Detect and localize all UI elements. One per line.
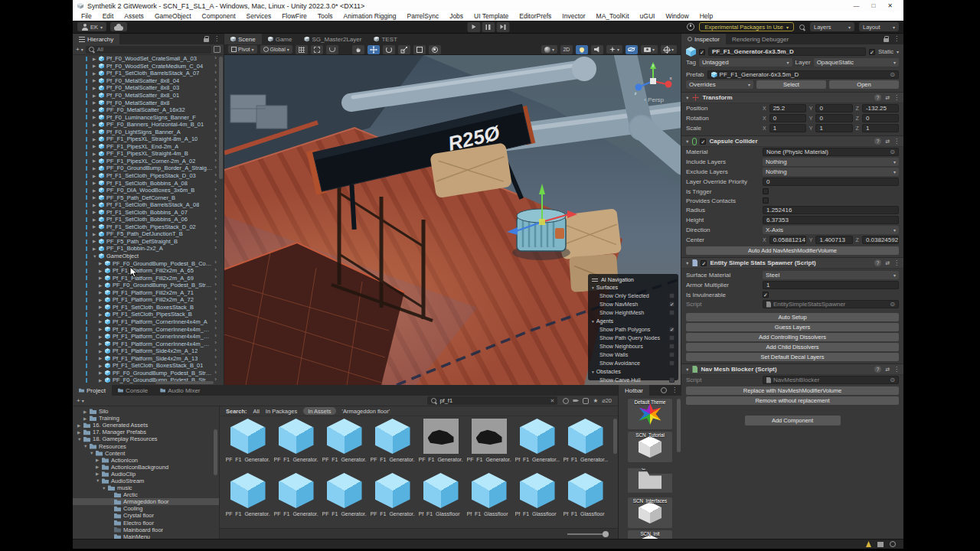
hierarchy-item[interactable]: Pf_F1_Platform_Side4x2m_A_12 ›: [73, 347, 224, 355]
kebab-menu-icon[interactable]: ⋮: [893, 139, 900, 145]
hierarchy-search-input[interactable]: All: [86, 46, 211, 54]
close-button[interactable]: ✕: [887, 2, 893, 9]
static-checkbox[interactable]: [869, 49, 875, 55]
checkbox[interactable]: [669, 335, 675, 341]
expand-arrow-icon[interactable]: [83, 409, 87, 414]
folder-row[interactable]: 17. Manager Prefabs: [73, 429, 219, 435]
prefab-open-chevron[interactable]: ›: [214, 347, 217, 354]
center-y-field[interactable]: 1.400713: [815, 236, 852, 244]
add-component-button[interactable]: Add Component: [745, 416, 841, 425]
expand-arrow-icon[interactable]: [93, 122, 96, 127]
checkbox[interactable]: [669, 377, 675, 383]
hierarchy-item[interactable]: Pf_F1_Platform_CornerInner4x4m_A ›: [73, 318, 224, 326]
prefab-open-chevron[interactable]: ›: [214, 135, 217, 142]
folder-row[interactable]: Armageddon floor: [73, 498, 219, 505]
expand-arrow-icon[interactable]: [93, 144, 96, 148]
scale-tool-button[interactable]: [398, 45, 410, 54]
effects-dropdown[interactable]: [606, 45, 622, 54]
prefab-open-chevron[interactable]: ›: [214, 289, 217, 295]
prefab-open-chevron[interactable]: ›: [214, 127, 217, 134]
prefab-open-chevron[interactable]: ›: [214, 186, 217, 193]
camera-dropdown[interactable]: [641, 45, 658, 54]
hierarchy-item[interactable]: Pf_F1_SetCloth_PipesStack_D_03 ›: [73, 172, 224, 180]
tab-inspector[interactable]: Inspector: [681, 34, 726, 44]
help-icon[interactable]: ?: [874, 94, 881, 101]
menu-item[interactable]: Services: [241, 12, 277, 20]
expand-arrow-icon[interactable]: [93, 166, 96, 171]
ai-nav-section[interactable]: Obstacles: [592, 367, 675, 376]
presets-icon[interactable]: ⇄: [885, 95, 890, 101]
prefab-select-button[interactable]: Select: [756, 80, 826, 89]
menu-item[interactable]: Invector: [557, 12, 590, 20]
folder-row[interactable]: AudioStream: [73, 478, 219, 484]
menu-item[interactable]: uGUI: [635, 12, 661, 20]
expand-arrow-icon[interactable]: [96, 458, 100, 462]
tree-scrollbar[interactable]: [214, 429, 217, 475]
2d-toggle-button[interactable]: 2D: [560, 45, 573, 54]
scene-view-tab[interactable]: TEST: [368, 34, 403, 44]
prefab-open-chevron[interactable]: ›: [214, 310, 217, 317]
menu-item[interactable]: MA_ToolKit: [591, 12, 635, 20]
prefab-open-chevron[interactable]: ›: [214, 98, 217, 105]
expand-arrow-icon[interactable]: [96, 471, 100, 476]
search-scope[interactable]: All: [253, 408, 260, 415]
hierarchy-item[interactable]: PF_F0_GroundBump_Podest_B_Straight ›: [73, 282, 224, 289]
hierarchy-item[interactable]: PF_F1_PipesXL_Straight-8m_A_10 ›: [73, 135, 224, 143]
expand-arrow-icon[interactable]: [93, 203, 96, 207]
asset-item[interactable]: PF_F1_Generator...: [321, 419, 368, 473]
audio-toggle-button[interactable]: [591, 45, 603, 54]
hierarchy-item[interactable]: Pf_F1_Platform_Fill2x2m_A_71 ›: [73, 289, 224, 297]
hierarchy-item[interactable]: Pf_F1_Platform_CornerInner4x4m_A_02 ›: [73, 333, 224, 341]
hierarchy-item[interactable]: PF_F1_PipesXL_Straight-4m_B ›: [73, 150, 224, 158]
chevron-down-icon[interactable]: [897, 48, 899, 55]
asset-item[interactable]: PF_F1_Generator...: [273, 473, 319, 527]
presets-icon[interactable]: ⇄: [885, 260, 890, 266]
hierarchy-item[interactable]: PF_F5_Path_DefStraight_B ›: [73, 238, 224, 246]
layout-dropdown[interactable]: Layout: [859, 22, 899, 31]
prefab-open-chevron[interactable]: ›: [214, 244, 217, 251]
expand-arrow-icon[interactable]: [93, 129, 96, 134]
project-area-tab[interactable]: Project: [73, 385, 112, 396]
asset-item[interactable]: Pf_F1_Glassfloor_...: [466, 473, 512, 527]
orientation-gizmo[interactable]: y x z: [633, 61, 673, 101]
expand-arrow-icon[interactable]: [99, 349, 103, 354]
expand-arrow-icon[interactable]: [102, 486, 106, 491]
hierarchy-item[interactable]: PF_F5_Path_DefJunctionT_B ›: [73, 230, 224, 238]
surface-material-dropdown[interactable]: Steel: [763, 271, 899, 279]
hierarchy-item[interactable]: PF_F0_GroundBump_Podest_B_Straight ›: [73, 370, 224, 377]
layers-dropdown[interactable]: Layers: [810, 22, 854, 31]
maximize-button[interactable]: □: [871, 2, 875, 9]
expand-arrow-icon[interactable]: [99, 334, 103, 339]
prefab-open-chevron[interactable]: ›: [214, 324, 217, 331]
folder-row[interactable]: Crystal floor: [73, 512, 219, 519]
menu-item[interactable]: GameObject: [149, 12, 197, 20]
scene-viewport[interactable]: R25Ø: [224, 55, 681, 385]
spawner-action-button[interactable]: Add Controlling Dissolvers: [686, 333, 899, 341]
expand-arrow-icon[interactable]: [93, 158, 96, 163]
hierarchy-item[interactable]: Pf_F1_Platform_Fill2x2m_A_65 ›: [73, 267, 224, 275]
center-z-field[interactable]: 0.03824592: [862, 236, 899, 244]
pivot-dropdown[interactable]: Pivot: [228, 45, 257, 54]
expand-arrow-icon[interactable]: [99, 269, 103, 273]
prefab-open-chevron[interactable]: ›: [214, 354, 217, 360]
prefab-open-chevron[interactable]: ›: [214, 201, 217, 207]
rotate-tool-button[interactable]: [383, 45, 395, 54]
create-button[interactable]: +: [76, 46, 83, 53]
prefab-open-chevron[interactable]: ›: [214, 77, 217, 83]
menu-item[interactable]: Tools: [312, 12, 338, 20]
ai-nav-section[interactable]: Surfaces: [592, 283, 675, 292]
prefab-open-chevron[interactable]: ›: [214, 178, 217, 185]
position-y-field[interactable]: 0: [815, 104, 852, 112]
hierarchy-item[interactable]: Pf_F1_Platform_Side4x2m_A_13 ›: [73, 354, 224, 362]
expand-arrow-icon[interactable]: [93, 195, 96, 200]
search-info-icon[interactable]: [583, 398, 589, 404]
project-area-tab[interactable]: Audio Mixer: [154, 385, 206, 396]
hierarchy-item[interactable]: Pf_F0_WoodSet_CrateSmall_A_03 ›: [73, 55, 224, 63]
hotbar-item[interactable]: SCN_Tutorial: [628, 432, 672, 462]
center-x-field[interactable]: 0.05881214: [769, 236, 806, 244]
transform-tool-button[interactable]: [429, 45, 441, 54]
checkbox[interactable]: [669, 293, 675, 298]
grid-visibility-dropdown[interactable]: [296, 45, 308, 54]
prefab-open-chevron[interactable]: ›: [214, 339, 217, 346]
foldout-arrow-icon[interactable]: [685, 94, 689, 101]
